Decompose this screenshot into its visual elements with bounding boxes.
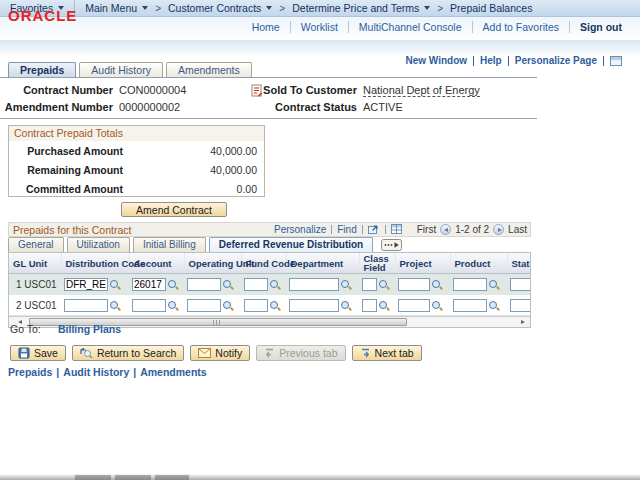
- class-field-input[interactable]: [362, 299, 377, 312]
- oracle-logo: ORACLE: [8, 7, 77, 24]
- main-tabs: Prepaids Audit History Amendments: [8, 62, 255, 78]
- personalize-page-link[interactable]: Personalize Page: [515, 55, 597, 66]
- breadcrumb-separator: >: [437, 3, 443, 14]
- save-button[interactable]: Save: [10, 345, 66, 361]
- header-banner: Home Worklist MultiChannel Console Add t…: [0, 17, 640, 40]
- contract-number-value: CON0000004: [119, 84, 186, 96]
- show-all-columns-icon[interactable]: [381, 239, 402, 251]
- lookup-icon[interactable]: [269, 300, 281, 312]
- account-input[interactable]: [132, 299, 166, 312]
- distribution-code-input[interactable]: [64, 278, 108, 291]
- return-to-search-button[interactable]: Return to Search: [72, 345, 184, 361]
- totals-title: Contract Prepaid Totals: [9, 126, 264, 141]
- subtab-utilization[interactable]: Utilization: [67, 237, 130, 252]
- lookup-icon[interactable]: [340, 279, 352, 291]
- project-input[interactable]: [398, 299, 430, 312]
- sold-to-customer-value[interactable]: National Dept of Energy: [363, 84, 480, 96]
- lookup-icon[interactable]: [109, 279, 121, 291]
- personalize-link[interactable]: Personalize: [274, 224, 326, 235]
- help-link[interactable]: Help: [480, 55, 502, 66]
- save-icon: [18, 347, 30, 359]
- pager-last[interactable]: Last: [508, 224, 527, 235]
- distribution-code-input[interactable]: [64, 299, 108, 312]
- grid-row-2: 2 USC01: [9, 295, 531, 316]
- contract-status-value: ACTIVE: [363, 101, 403, 113]
- subtab-general[interactable]: General: [8, 237, 64, 252]
- col-class-field: Class Field: [359, 253, 395, 274]
- home-link[interactable]: Home: [242, 21, 291, 33]
- footer-audit-history-link[interactable]: Audit History: [63, 366, 129, 378]
- totals-row: Purchased Amount 40,000.00: [9, 141, 264, 160]
- amend-contract-button[interactable]: Amend Contract: [121, 202, 227, 217]
- tab-prepaids[interactable]: Prepaids: [8, 62, 76, 78]
- lookup-icon[interactable]: [222, 279, 234, 291]
- sign-out-link[interactable]: Sign out: [570, 21, 624, 33]
- bottom-taskbar-strip: [0, 474, 640, 480]
- statistics-code-input[interactable]: [510, 299, 531, 312]
- lookup-icon[interactable]: [488, 279, 500, 291]
- lookup-icon[interactable]: [167, 300, 179, 312]
- determine-price-terms-item[interactable]: Determine Price and Terms: [292, 2, 430, 14]
- contract-number-label: Contract Number: [0, 84, 113, 96]
- main-menu-item[interactable]: Main Menu: [85, 2, 148, 14]
- grid-subtabs: General Utilization Initial Billing Defe…: [8, 237, 402, 252]
- lookup-icon[interactable]: [431, 279, 443, 291]
- dropdown-arrow-icon: [266, 6, 272, 10]
- grid-row-1: 1 USC01: [9, 274, 531, 295]
- download-grid-icon[interactable]: [391, 224, 403, 235]
- new-window-icon[interactable]: [610, 56, 622, 66]
- operating-unit-input[interactable]: [187, 299, 221, 312]
- product-input[interactable]: [453, 278, 487, 291]
- add-to-favorites-link[interactable]: Add to Favorites: [473, 21, 570, 33]
- product-input[interactable]: [453, 299, 487, 312]
- subtab-initial-billing[interactable]: Initial Billing: [133, 237, 206, 252]
- find-link[interactable]: Find: [337, 224, 356, 235]
- lookup-icon[interactable]: [167, 279, 179, 291]
- next-page-icon[interactable]: [493, 224, 504, 235]
- new-window-link[interactable]: New Window: [405, 55, 467, 66]
- fund-code-input[interactable]: [244, 299, 268, 312]
- department-input[interactable]: [289, 299, 339, 312]
- tab-amendments[interactable]: Amendments: [166, 62, 252, 78]
- lookup-icon[interactable]: [340, 300, 352, 312]
- lookup-icon[interactable]: [378, 279, 390, 291]
- subtab-deferred-revenue-distribution[interactable]: Deferred Revenue Distribution: [209, 237, 373, 252]
- scroll-right-icon[interactable]: [519, 318, 528, 327]
- lookup-icon[interactable]: [222, 300, 234, 312]
- contract-prepaid-totals-box: Contract Prepaid Totals Purchased Amount…: [8, 125, 265, 197]
- lookup-icon[interactable]: [269, 279, 281, 291]
- view-all-icon[interactable]: [368, 224, 380, 235]
- lookup-icon[interactable]: [378, 300, 390, 312]
- footer-amendments-link[interactable]: Amendments: [140, 366, 207, 378]
- worklist-link[interactable]: Worklist: [291, 21, 349, 33]
- grid-section-controls: Personalize Find First 1-2 of 2 Last: [274, 224, 530, 235]
- fund-code-input[interactable]: [244, 278, 268, 291]
- lookup-icon[interactable]: [431, 300, 443, 312]
- operating-unit-input[interactable]: [187, 278, 221, 291]
- account-input[interactable]: [132, 278, 166, 291]
- department-input[interactable]: [289, 278, 339, 291]
- lookup-icon[interactable]: [109, 300, 121, 312]
- lookup-icon[interactable]: [488, 300, 500, 312]
- breadcrumb-separator: >: [155, 3, 161, 14]
- col-gl-unit: GL Unit: [9, 253, 61, 274]
- customer-contracts-item[interactable]: Customer Contracts: [168, 2, 272, 14]
- project-input[interactable]: [398, 278, 430, 291]
- footer-prepaids-link[interactable]: Prepaids: [8, 366, 52, 378]
- next-tab-button[interactable]: Next tab: [352, 345, 422, 361]
- pager-first[interactable]: First: [417, 224, 436, 235]
- col-statistics-code: Statistics C: [507, 253, 531, 274]
- col-fund-code: Fund Code: [241, 253, 286, 274]
- col-distribution-code: Distribution Code: [61, 253, 129, 274]
- billing-plans-link[interactable]: Billing Plans: [58, 323, 121, 335]
- notify-button[interactable]: Notify: [190, 345, 250, 361]
- class-field-input[interactable]: [362, 278, 377, 291]
- footer-page-links: Prepaids | Audit History | Amendments: [8, 366, 207, 378]
- amendment-number-label: Amendment Number: [0, 101, 113, 113]
- tab-audit-history[interactable]: Audit History: [79, 62, 163, 78]
- return-to-search-icon: [80, 347, 93, 359]
- multichannel-console-link[interactable]: MultiChannel Console: [349, 21, 473, 33]
- previous-tab-icon: [264, 348, 275, 359]
- statistics-code-input[interactable]: [510, 278, 531, 291]
- previous-page-icon[interactable]: [440, 224, 451, 235]
